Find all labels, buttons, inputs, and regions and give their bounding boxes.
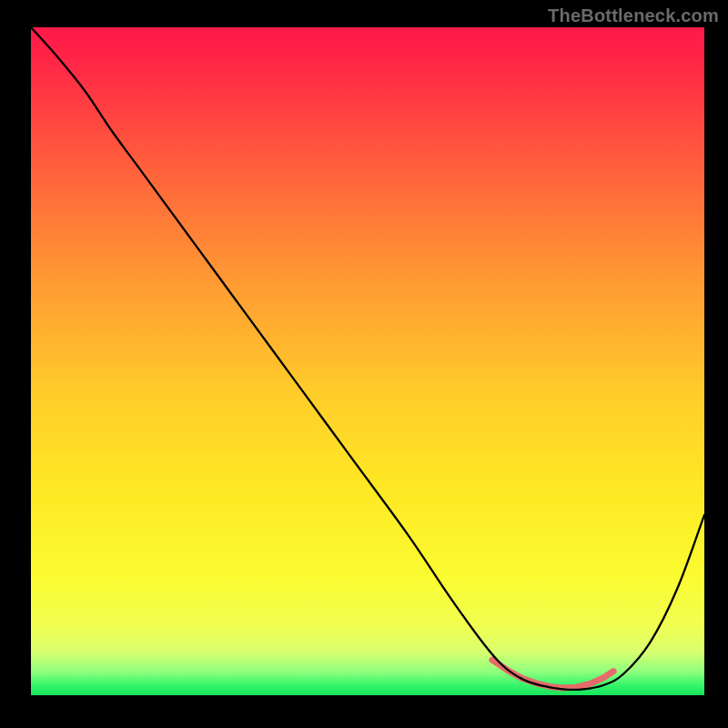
plot-svg <box>31 27 704 695</box>
chart-stage: TheBottleneck.com <box>0 0 728 728</box>
plot-area <box>31 27 704 695</box>
gradient-background <box>31 27 704 695</box>
watermark-text: TheBottleneck.com <box>548 5 719 26</box>
